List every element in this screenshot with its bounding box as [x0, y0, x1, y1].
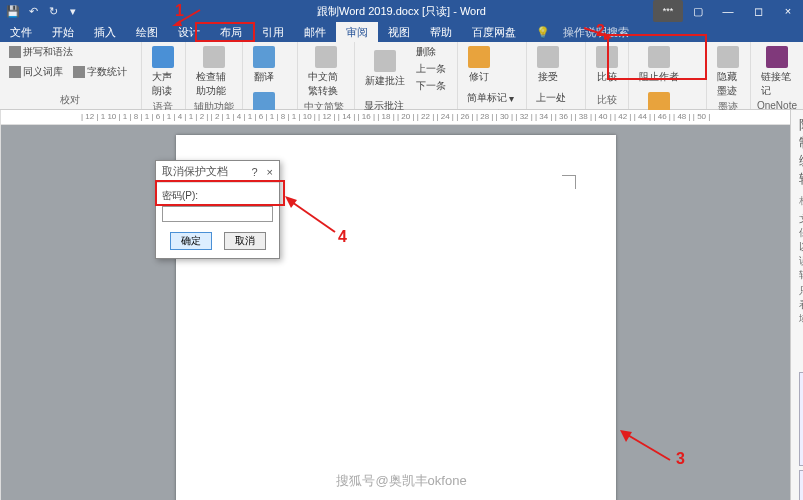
compare-button[interactable]: 比较: [592, 44, 622, 86]
find-next-region-button[interactable]: 查找下一个可编辑的区域: [799, 372, 803, 466]
hide-ink-button[interactable]: 隐藏墨迹: [713, 44, 744, 100]
menubar: 文件 开始 插入 绘图 设计 布局 引用 邮件 审阅 视图 帮助 百度网盘 💡 …: [0, 22, 803, 42]
tab-help[interactable]: 帮助: [420, 22, 462, 42]
watermark: 搜狐号@奥凯丰okfone: [336, 472, 466, 490]
accept-icon: [537, 46, 559, 68]
pane-section-header: 权限: [799, 194, 803, 208]
svg-marker-3: [604, 32, 612, 40]
tab-draw[interactable]: 绘图: [126, 22, 168, 42]
prev-comment-button[interactable]: 上一条: [413, 61, 449, 77]
svg-marker-7: [285, 196, 297, 208]
cancel-button[interactable]: 取消: [224, 232, 266, 250]
tab-review[interactable]: 审阅: [336, 22, 378, 42]
tab-file[interactable]: 文件: [0, 22, 42, 42]
track-changes-button[interactable]: 修订: [464, 44, 494, 86]
prev-change-button[interactable]: 上一处: [533, 90, 569, 106]
group-proofing: 拼写和语法 同义词库 字数统计 校对: [0, 42, 142, 109]
thesaurus-button[interactable]: 同义词库: [6, 64, 66, 80]
group-label: 比较: [597, 93, 617, 107]
check-access-button[interactable]: 检查辅助功能: [192, 44, 236, 100]
comment-icon: [374, 50, 396, 72]
tab-insert[interactable]: 插入: [84, 22, 126, 42]
tab-mailings[interactable]: 邮件: [294, 22, 336, 42]
group-protect: 阻止作者 限制编辑 保护: [629, 42, 707, 109]
user-badge[interactable]: ***: [653, 0, 683, 22]
annotation-number-1: 1: [175, 2, 184, 20]
new-comment-button[interactable]: 新建批注: [361, 48, 409, 90]
next-comment-button[interactable]: 下一条: [413, 78, 449, 94]
spelling-button[interactable]: 拼写和语法: [6, 44, 76, 60]
onenote-icon: [766, 46, 788, 68]
group-cjk: 中文简繁转换 中文简繁转换: [298, 42, 355, 109]
annotation-number-2: 2: [596, 22, 605, 40]
qat-more-icon[interactable]: ▾: [66, 4, 80, 18]
ribbon-opts-icon[interactable]: ▢: [683, 0, 713, 22]
tab-references[interactable]: 引用: [252, 22, 294, 42]
access-icon: [203, 46, 225, 68]
arrow-4: [285, 196, 340, 236]
block-authors-button[interactable]: 阻止作者: [635, 44, 683, 86]
group-speech: 大声朗读 语音: [142, 42, 186, 109]
svg-line-4: [626, 434, 670, 460]
block-icon: [648, 46, 670, 68]
dialog-title: 取消保护文档: [162, 164, 228, 179]
restrict-editing-pane: 限制编辑 ▾ × 权限 文档受保护，以防止误编辑。 只能查看此区域。 查找下一个…: [790, 110, 803, 500]
group-label: 校对: [60, 93, 80, 107]
translate-button[interactable]: 翻译: [249, 44, 279, 86]
group-comments: 新建批注 删除 上一条 下一条 显示批注 批注: [355, 42, 458, 109]
read-aloud-button[interactable]: 大声朗读: [148, 44, 179, 100]
track-icon: [468, 46, 490, 68]
redo-icon[interactable]: ↻: [46, 4, 60, 18]
show-all-regions-button[interactable]: 显示可编辑的所有区域: [799, 470, 803, 500]
tab-view[interactable]: 视图: [378, 22, 420, 42]
tab-home[interactable]: 开始: [42, 22, 84, 42]
quick-access-toolbar: 💾 ↶ ↻ ▾: [0, 4, 86, 18]
cjk-convert-button[interactable]: 中文简繁转换: [304, 44, 348, 100]
dialog-close-icon[interactable]: ×: [267, 166, 273, 178]
count-icon: [73, 66, 85, 78]
crop-mark: [562, 175, 576, 189]
titlebar: 💾 ↶ ↻ ▾ 跟制Word 2019.docx [只读] - Word ***…: [0, 0, 803, 22]
translate-icon: [253, 46, 275, 68]
horizontal-ruler: | 12 | 1 10 | 1 | 8 | 1 | 6 | 1 | 4 | 1 …: [1, 110, 790, 125]
svg-line-6: [289, 200, 335, 232]
pane-title: 限制编辑: [799, 116, 803, 188]
book-icon: [9, 66, 21, 78]
spell-icon: [9, 46, 21, 58]
group-onenote: 链接笔记 OneNote: [751, 42, 803, 109]
unprotect-document-dialog: 取消保护文档 ? × 密码(P): 确定 取消: [155, 160, 280, 259]
onenote-button[interactable]: 链接笔记: [757, 44, 797, 100]
ink-icon: [717, 46, 739, 68]
group-accessibility: 检查辅助功能 辅助功能: [186, 42, 243, 109]
group-ink: 隐藏墨迹 墨迹: [707, 42, 751, 109]
password-label: 密码(P):: [162, 189, 273, 203]
save-icon[interactable]: 💾: [6, 4, 20, 18]
group-language: 翻译 语言 语言: [243, 42, 298, 109]
window-controls: *** ▢ — ◻ ×: [653, 0, 803, 22]
dialog-help-icon[interactable]: ?: [251, 166, 257, 178]
speaker-icon: [152, 46, 174, 68]
markup-select[interactable]: 简单标记 ▾: [464, 90, 517, 106]
close-icon[interactable]: ×: [773, 0, 803, 22]
compare-icon: [596, 46, 618, 68]
maximize-icon[interactable]: ◻: [743, 0, 773, 22]
annotation-number-4: 4: [338, 228, 347, 246]
delete-comment-button[interactable]: 删除: [413, 44, 449, 60]
ribbon: 拼写和语法 同义词库 字数统计 校对 大声朗读 语音 检查辅助功能 辅助功能 翻…: [0, 42, 803, 110]
undo-icon[interactable]: ↶: [26, 4, 40, 18]
arrow-3: [620, 430, 675, 465]
tab-layout[interactable]: 布局: [210, 22, 252, 42]
window-title: 跟制Word 2019.docx [只读] - Word: [317, 4, 486, 19]
pane-text: 只能查看此区域。: [799, 284, 803, 326]
minimize-icon[interactable]: —: [713, 0, 743, 22]
accept-button[interactable]: 接受: [533, 44, 563, 86]
password-input[interactable]: [162, 206, 273, 222]
wordcount-button[interactable]: 字数统计: [70, 64, 130, 80]
ok-button[interactable]: 确定: [170, 232, 212, 250]
tab-baidu[interactable]: 百度网盘: [462, 22, 526, 42]
cjk-icon: [315, 46, 337, 68]
group-compare: 比较 比较: [586, 42, 629, 109]
group-changes: 接受 上一处 下一处 更改: [527, 42, 586, 109]
pane-text: 文档受保护，以防止误编辑。: [799, 212, 803, 282]
annotation-number-3: 3: [676, 450, 685, 468]
